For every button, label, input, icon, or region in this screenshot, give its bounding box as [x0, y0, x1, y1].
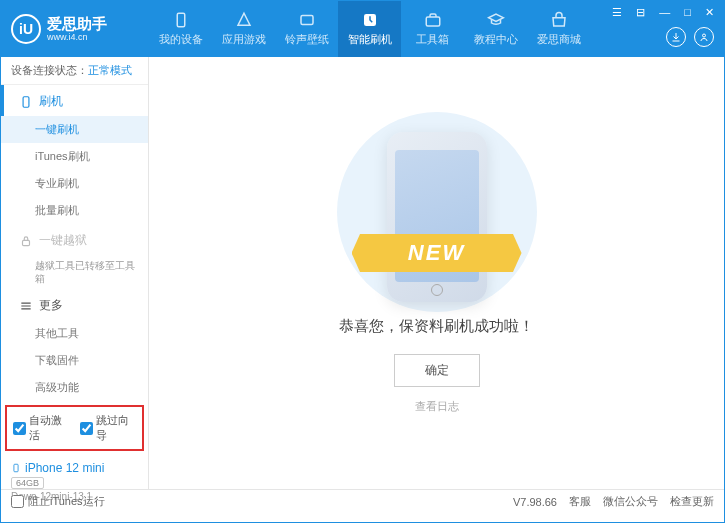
nav-store[interactable]: 爱思商城	[527, 1, 590, 57]
new-banner: NEW	[352, 234, 522, 272]
sidebar-item-download-firmware[interactable]: 下载固件	[1, 347, 148, 374]
sidebar-item-batch-flash[interactable]: 批量刷机	[1, 197, 148, 224]
svg-rect-7	[14, 464, 18, 472]
svg-rect-6	[23, 240, 30, 245]
lock-icon[interactable]: ⊟	[632, 4, 649, 21]
nav-my-device[interactable]: 我的设备	[149, 1, 212, 57]
checkbox-skip-setup[interactable]: 跳过向导	[80, 413, 137, 443]
window-controls: ☰ ⊟ — □ ✕	[608, 4, 718, 21]
device-capacity: 64GB	[11, 477, 44, 489]
view-log-link[interactable]: 查看日志	[415, 399, 459, 414]
app-logo-icon: iU	[11, 14, 41, 44]
svg-rect-1	[301, 16, 313, 25]
nav-apps[interactable]: 应用游戏	[212, 1, 275, 57]
app-url: www.i4.cn	[47, 32, 107, 42]
footer-service[interactable]: 客服	[569, 494, 591, 509]
footer-wechat[interactable]: 微信公众号	[603, 494, 658, 509]
app-header: iU 爱思助手 www.i4.cn 我的设备 应用游戏 铃声壁纸 智能刷机 工具…	[1, 1, 724, 57]
svg-rect-0	[177, 13, 185, 27]
checkbox-block-itunes[interactable]: 阻止iTunes运行	[11, 494, 105, 509]
main-content: NEW 恭喜您，保资料刷机成功啦！ 确定 查看日志	[149, 57, 724, 489]
header-right-icons	[666, 27, 714, 47]
nav-tutorials[interactable]: 教程中心	[464, 1, 527, 57]
sidebar-item-advanced[interactable]: 高级功能	[1, 374, 148, 401]
logo-area: iU 爱思助手 www.i4.cn	[1, 14, 149, 44]
maximize-icon[interactable]: □	[680, 4, 695, 21]
sidebar: 设备连接状态：正常模式 刷机 一键刷机 iTunes刷机 专业刷机 批量刷机 一…	[1, 57, 149, 489]
svg-rect-5	[23, 96, 29, 107]
ok-button[interactable]: 确定	[394, 354, 480, 387]
nav-ringtones[interactable]: 铃声壁纸	[275, 1, 338, 57]
app-name: 爱思助手	[47, 16, 107, 33]
sidebar-item-itunes-flash[interactable]: iTunes刷机	[1, 143, 148, 170]
sidebar-item-oneclick-flash[interactable]: 一键刷机	[1, 116, 148, 143]
success-message: 恭喜您，保资料刷机成功啦！	[339, 317, 534, 336]
svg-rect-3	[426, 17, 440, 26]
svg-point-4	[703, 34, 706, 37]
minimize-icon[interactable]: —	[655, 4, 674, 21]
user-icon[interactable]	[694, 27, 714, 47]
sidebar-section-more[interactable]: 更多	[1, 289, 148, 320]
version-label: V7.98.66	[513, 496, 557, 508]
device-status: 设备连接状态：正常模式	[1, 57, 148, 85]
sidebar-item-other-tools[interactable]: 其他工具	[1, 320, 148, 347]
close-icon[interactable]: ✕	[701, 4, 718, 21]
sidebar-item-pro-flash[interactable]: 专业刷机	[1, 170, 148, 197]
footer-update[interactable]: 检查更新	[670, 494, 714, 509]
sidebar-section-flash[interactable]: 刷机	[1, 85, 148, 116]
checkbox-auto-activate[interactable]: 自动激活	[13, 413, 70, 443]
phone-illustration: NEW	[372, 132, 502, 302]
nav-flash[interactable]: 智能刷机	[338, 1, 401, 57]
download-icon[interactable]	[666, 27, 686, 47]
device-name[interactable]: iPhone 12 mini	[11, 461, 138, 475]
menu-icon[interactable]: ☰	[608, 4, 626, 21]
sidebar-section-jailbreak: 一键越狱	[1, 224, 148, 255]
nav-toolbox[interactable]: 工具箱	[401, 1, 464, 57]
options-row: 自动激活 跳过向导	[5, 405, 144, 451]
jailbreak-note: 越狱工具已转移至工具箱	[1, 255, 148, 289]
